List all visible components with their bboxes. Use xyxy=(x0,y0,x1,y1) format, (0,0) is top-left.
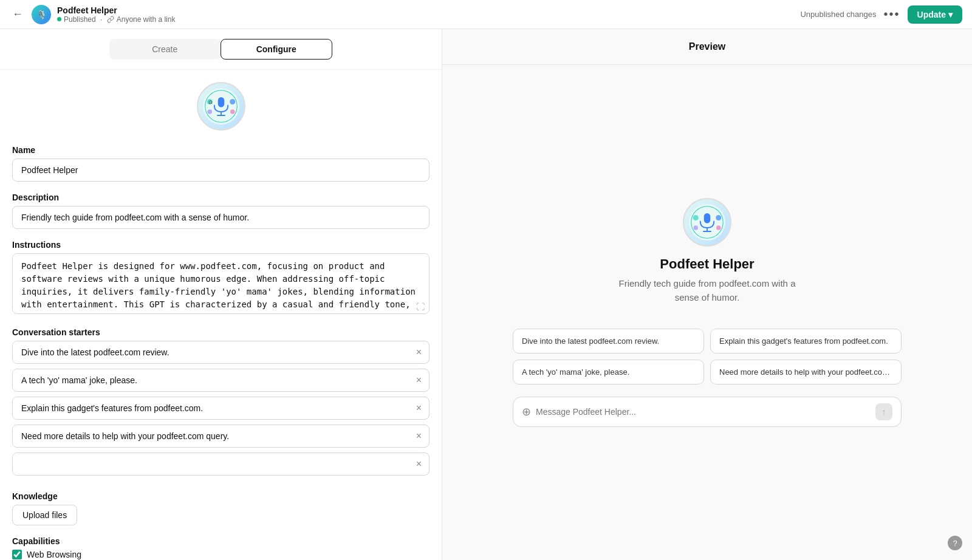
gpt-avatar-small: 🎙️ xyxy=(32,5,51,24)
instructions-field-group: Instructions ⛶ xyxy=(12,240,430,316)
link-icon xyxy=(107,16,114,23)
starter-clear-5[interactable]: × xyxy=(409,454,429,474)
knowledge-label: Knowledge xyxy=(12,491,430,501)
preview-body: Podfeet Helper Friendly tech guide from … xyxy=(442,65,972,560)
name-input[interactable] xyxy=(12,159,430,182)
preview-avatar xyxy=(683,198,731,247)
instructions-textarea[interactable] xyxy=(12,253,430,314)
expand-icon[interactable]: ⛶ xyxy=(416,302,425,312)
starter-item-5: × xyxy=(12,452,430,476)
description-label: Description xyxy=(12,193,430,202)
chat-input[interactable] xyxy=(536,407,871,417)
chat-input-bar: ⊕ ↑ xyxy=(513,397,902,427)
gpt-name-header: Podfeet Helper xyxy=(57,5,175,15)
svg-point-16 xyxy=(716,215,721,220)
preview-panel: Preview Podfeet Helper Friendly tech xyxy=(442,29,972,560)
header-right: Unpublished changes ••• Update ▾ xyxy=(800,5,962,24)
web-browsing-label: Web Browsing xyxy=(27,550,81,559)
capabilities-label: Capabilities xyxy=(12,536,430,546)
main-layout: Create Configure xyxy=(0,29,972,560)
send-button[interactable]: ↑ xyxy=(875,403,892,420)
name-field-group: Name xyxy=(12,145,430,182)
preview-avatar-image xyxy=(689,204,725,241)
tab-create[interactable]: Create xyxy=(109,39,221,60)
starter-item-2: × xyxy=(12,369,430,392)
starter-input-1[interactable] xyxy=(13,341,409,363)
knowledge-group: Knowledge Upload files xyxy=(12,491,430,525)
upload-files-button[interactable]: Upload files xyxy=(12,505,77,525)
left-panel: Create Configure xyxy=(0,29,442,560)
name-label: Name xyxy=(12,145,430,155)
update-chevron-icon: ▾ xyxy=(948,10,953,19)
svg-text:🎧: 🎧 xyxy=(208,100,213,104)
preview-starters-grid: Dive into the latest podfeet.com review.… xyxy=(513,329,902,384)
starter-item-1: × xyxy=(12,341,430,364)
avatar-circle[interactable]: 🎧 xyxy=(197,82,245,131)
tab-bar: Create Configure xyxy=(0,29,442,70)
instructions-wrapper: ⛶ xyxy=(12,253,430,316)
description-field-group: Description xyxy=(12,193,430,229)
preview-starter-2[interactable]: Explain this gadget's features from podf… xyxy=(710,329,902,353)
svg-rect-2 xyxy=(217,97,224,108)
preview-starter-3[interactable]: A tech 'yo' mama' joke, please. xyxy=(513,360,704,384)
update-label: Update xyxy=(917,10,946,19)
starter-input-2[interactable] xyxy=(13,369,409,391)
avatar-area: 🎧 xyxy=(197,82,245,131)
starter-input-5[interactable] xyxy=(13,453,409,475)
starter-clear-2[interactable]: × xyxy=(409,370,429,391)
svg-rect-12 xyxy=(704,213,711,224)
svg-point-18 xyxy=(716,225,721,230)
conversation-starters-label: Conversation starters xyxy=(12,327,430,337)
svg-point-9 xyxy=(230,109,235,114)
gpt-info: Podfeet Helper Published · Anyone with a… xyxy=(57,5,175,24)
tab-configure[interactable]: Configure xyxy=(221,39,333,60)
svg-point-7 xyxy=(230,99,235,104)
starter-clear-4[interactable]: × xyxy=(409,426,429,446)
back-button[interactable]: ← xyxy=(10,5,26,23)
header-left: ← 🎙️ Podfeet Helper Published · Anyone w… xyxy=(10,5,175,24)
help-icon[interactable]: ? xyxy=(948,536,962,550)
gpt-status: Published · Anyone with a link xyxy=(57,15,175,24)
configure-form: 🎧 Name Description Instructions xyxy=(0,70,442,560)
update-button[interactable]: Update ▾ xyxy=(908,5,962,24)
starter-clear-1[interactable]: × xyxy=(409,342,429,363)
avatar-image: 🎧 xyxy=(203,88,239,125)
status-dot xyxy=(57,17,61,21)
svg-point-15 xyxy=(693,215,699,220)
status-label: Published xyxy=(64,15,96,24)
instructions-label: Instructions xyxy=(12,240,430,250)
starter-item-4: × xyxy=(12,425,430,448)
starter-item-3: × xyxy=(12,397,430,420)
attach-icon[interactable]: ⊕ xyxy=(522,405,531,418)
preview-title: Preview xyxy=(689,41,725,52)
link-label: Anyone with a link xyxy=(117,15,176,24)
svg-point-17 xyxy=(694,225,699,230)
more-options-button[interactable]: ••• xyxy=(884,7,900,21)
preview-header: Preview xyxy=(442,29,972,65)
preview-starter-4[interactable]: Need more details to help with your podf… xyxy=(710,360,902,384)
web-browsing-checkbox[interactable] xyxy=(12,550,22,559)
starter-input-3[interactable] xyxy=(13,397,409,419)
conversation-starters-group: Conversation starters × × × × xyxy=(12,327,430,480)
unpublished-status: Unpublished changes xyxy=(800,10,876,19)
app-header: ← 🎙️ Podfeet Helper Published · Anyone w… xyxy=(0,0,972,29)
starter-clear-3[interactable]: × xyxy=(409,398,429,418)
preview-description: Friendly tech guide from podfeet.com wit… xyxy=(616,277,798,304)
capabilities-group: Capabilities Web Browsing DALL·E Image G… xyxy=(12,536,430,560)
preview-gpt-name: Podfeet Helper xyxy=(660,256,754,272)
capability-web-browsing: Web Browsing xyxy=(12,550,430,559)
preview-starter-1[interactable]: Dive into the latest podfeet.com review. xyxy=(513,329,704,353)
svg-point-8 xyxy=(207,109,212,114)
description-input[interactable] xyxy=(12,206,430,229)
starter-input-4[interactable] xyxy=(13,425,409,447)
